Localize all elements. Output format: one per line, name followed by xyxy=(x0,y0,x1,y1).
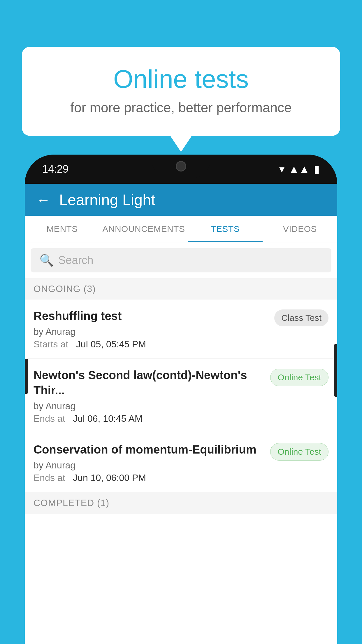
camera xyxy=(176,161,186,172)
test-name: Reshuffling test xyxy=(34,308,268,323)
app-header: ← Learning Light xyxy=(25,184,337,216)
promo-title: Online tests xyxy=(39,64,323,94)
test-date: Starts at Jul 05, 05:45 PM xyxy=(34,339,268,350)
promo-subtitle: for more practice, better performance xyxy=(39,100,323,116)
tabs-bar: MENTS ANNOUNCEMENTS TESTS VIDEOS xyxy=(25,216,337,242)
back-button[interactable]: ← xyxy=(36,192,50,208)
date-label: Starts at xyxy=(34,339,68,349)
test-name: Newton's Second law(contd)-Newton's Thir… xyxy=(34,368,264,398)
date-value: Jun 10, 06:00 PM xyxy=(73,473,146,483)
app-screen: ← Learning Light MENTS ANNOUNCEMENTS TES… xyxy=(25,184,337,644)
notch xyxy=(152,155,210,178)
date-value: Jul 05, 05:45 PM xyxy=(76,339,146,349)
wifi-icon: ▾ xyxy=(279,163,284,175)
time-display: 14:29 xyxy=(42,163,68,175)
test-author: by Anurag xyxy=(34,401,264,412)
tab-tests[interactable]: TESTS xyxy=(188,216,262,242)
tab-videos[interactable]: VIDEOS xyxy=(263,216,337,242)
test-author: by Anurag xyxy=(34,460,264,471)
tab-announcements[interactable]: ANNOUNCEMENTS xyxy=(99,216,188,242)
app-title: Learning Light xyxy=(59,191,155,209)
test-info: Newton's Second law(contd)-Newton's Thir… xyxy=(34,368,264,424)
test-item[interactable]: Newton's Second law(contd)-Newton's Thir… xyxy=(25,359,337,433)
tab-ments[interactable]: MENTS xyxy=(25,216,99,242)
test-name: Conservation of momentum-Equilibrium xyxy=(34,442,264,457)
online-test-badge-2: Online Test xyxy=(270,443,328,461)
date-label: Ends at xyxy=(34,473,65,483)
test-item[interactable]: Conservation of momentum-Equilibrium by … xyxy=(25,433,337,492)
search-placeholder: Search xyxy=(58,254,93,267)
online-test-badge: Online Test xyxy=(270,369,328,386)
volume-button xyxy=(25,359,28,394)
date-label: Ends at xyxy=(34,413,65,424)
test-author: by Anurag xyxy=(34,326,268,337)
ongoing-section-header: ONGOING (3) xyxy=(25,278,337,300)
completed-section-header: COMPLETED (1) xyxy=(25,492,337,514)
power-button xyxy=(334,344,337,397)
phone-frame: 14:29 ▾ ▲▲ ▮ ← Learning Light MENTS ANNO… xyxy=(25,155,337,644)
speech-bubble: Online tests for more practice, better p… xyxy=(22,47,340,136)
test-item[interactable]: Reshuffling test by Anurag Starts at Jul… xyxy=(25,300,337,359)
test-date: Ends at Jun 10, 06:00 PM xyxy=(34,473,264,483)
signal-icon: ▲▲ xyxy=(289,163,310,175)
status-icons: ▾ ▲▲ ▮ xyxy=(279,163,320,175)
class-test-badge: Class Test xyxy=(274,309,328,326)
search-bar[interactable]: 🔍 Search xyxy=(31,248,331,272)
date-value: Jul 06, 10:45 AM xyxy=(73,413,142,424)
search-icon: 🔍 xyxy=(39,253,54,267)
battery-icon: ▮ xyxy=(314,163,320,175)
test-date: Ends at Jul 06, 10:45 AM xyxy=(34,413,264,424)
status-bar: 14:29 ▾ ▲▲ ▮ xyxy=(25,155,337,184)
test-info: Reshuffling test by Anurag Starts at Jul… xyxy=(34,308,268,350)
test-info: Conservation of momentum-Equilibrium by … xyxy=(34,442,264,483)
